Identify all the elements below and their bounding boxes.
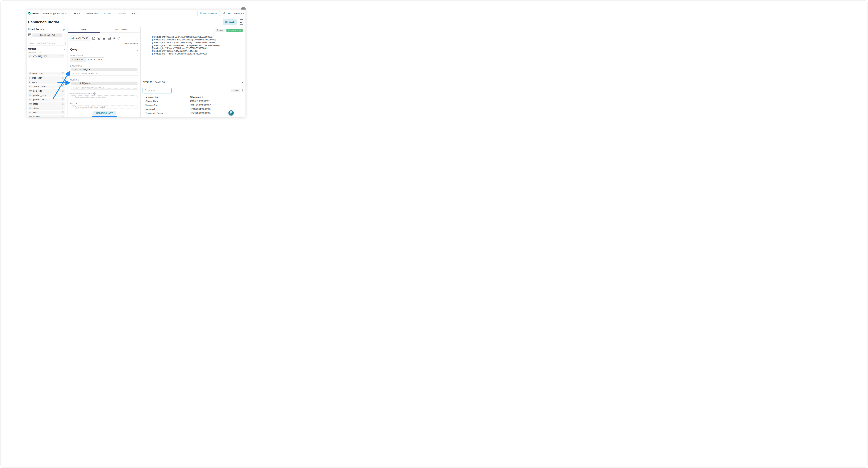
preset-logo[interactable]: preset [27, 9, 40, 18]
tab-data[interactable]: DATA [68, 27, 100, 32]
column-item[interactable]: abc address_line1 [28, 85, 65, 88]
control-panel: DATA CUSTOMIZE HANDLEBARS 4k [68, 27, 141, 117]
percentage-metrics-dropzone[interactable]: + Drop columns/metrics here or click [71, 95, 137, 98]
metric-item-count[interactable]: f(x) COUNT(*) [28, 54, 64, 58]
remove-icon[interactable]: ✕ [72, 68, 73, 70]
line-chart-icon[interactable] [92, 37, 95, 40]
drag-handle-icon[interactable] [62, 72, 64, 75]
drag-handle-icon[interactable] [62, 94, 64, 97]
dataset-name[interactable]: public.Vehicle Sales [32, 33, 62, 37]
drag-handle-icon[interactable] [62, 98, 64, 101]
search-metrics-columns-input[interactable] [28, 41, 66, 45]
dimensions-dropzone[interactable]: + Drop columns here or click [71, 72, 137, 75]
viz-type-handlebars[interactable]: HANDLEBARS [69, 35, 90, 41]
query-status: 7 rows 00:00:02.56 [215, 29, 243, 32]
sort-icon [202, 96, 203, 98]
column-item[interactable]: abc state [28, 102, 65, 106]
drag-handle-icon[interactable] [61, 55, 63, 58]
query-mode-toggle: AGGREGATE RAW RECORDS [70, 57, 104, 62]
column-item[interactable]: abc product_code [28, 93, 65, 97]
chevron-up-icon[interactable] [242, 81, 243, 84]
column-item[interactable]: abc deal_size [28, 89, 65, 93]
hash-icon: # [29, 81, 30, 84]
drag-handle-icon[interactable] [62, 111, 64, 114]
metrics-control: ✕ f(x) SUM(sales) › + Drop columns/metri… [70, 81, 138, 90]
column-item[interactable]: # sales [28, 80, 65, 84]
area-chart-icon[interactable] [102, 37, 106, 40]
metric-pill-sum-sales[interactable]: ✕ f(x) SUM(sales) › [71, 82, 137, 85]
chevron-up-icon[interactable] [63, 48, 65, 51]
chevron-up-icon[interactable] [136, 49, 138, 52]
column-item[interactable]: order_date [28, 72, 65, 75]
column-item[interactable]: abc product_line [28, 98, 65, 101]
tab-customize[interactable]: CUSTOMIZE [100, 27, 141, 32]
column-item[interactable]: abc status [28, 106, 65, 110]
active-tab-indicator [142, 85, 148, 85]
top-navbar: preset Preset Support - Jason Home Dashb… [27, 9, 245, 18]
abc-icon: abc [29, 94, 32, 96]
mode-raw-records[interactable]: RAW RECORDS [86, 58, 104, 62]
plus-icon: + [72, 96, 74, 98]
column-item[interactable]: abc city [28, 111, 65, 114]
dataset-options-icon[interactable]: ⋮ [64, 34, 66, 36]
notifications-bell-icon[interactable] [222, 12, 225, 15]
mode-aggregate[interactable]: AGGREGATE [70, 58, 86, 62]
copy-icon[interactable] [242, 89, 244, 92]
plus-icon: + [228, 12, 230, 15]
save-disk-icon [225, 21, 227, 24]
chart-source-panel: Chart Source public.Vehicle Sales ⋮ Metr… [27, 27, 68, 117]
scrollbar[interactable] [67, 41, 67, 50]
chevron-right-icon[interactable]: › [135, 82, 136, 85]
drag-handle-icon[interactable] [62, 107, 64, 110]
chat-bubble-icon [230, 111, 232, 115]
nav-sql[interactable]: SQL▾ [131, 9, 137, 18]
drag-handle-icon[interactable] [62, 115, 64, 117]
column-header-sum-sales[interactable]: SUM(sales) [190, 95, 244, 99]
remove-icon[interactable]: ✕ [72, 83, 73, 84]
update-chart-button[interactable]: UPDATE CHART [93, 111, 116, 116]
dimension-pill-product-line[interactable]: ✕ abc product_line › [71, 68, 137, 71]
bar-chart-icon[interactable] [97, 37, 100, 40]
table-row: Motorcycles 1166388.3400000003 [141, 107, 244, 111]
add-new-button[interactable]: + ▾ [228, 12, 231, 15]
column-item[interactable]: abc country [28, 115, 65, 117]
checkbox-checked-icon [71, 37, 73, 39]
nav-charts[interactable]: Charts [104, 9, 111, 18]
results-search-input[interactable] [148, 89, 167, 92]
pane-resize-handle[interactable] [192, 78, 195, 79]
nav-home[interactable]: Home [74, 9, 81, 18]
tab-results[interactable]: RESULTS [143, 81, 152, 83]
json-result-row: {"product_line":"Classic Cars","SUM(sale… [152, 36, 220, 38]
more-options-button[interactable]: ... [239, 20, 244, 25]
save-button[interactable]: SAVE [223, 19, 237, 25]
drag-handle-icon[interactable] [62, 89, 64, 93]
viz-type-4k[interactable]: 4k [113, 37, 116, 39]
tab-samples[interactable]: SAMPLES [155, 81, 165, 83]
collapse-panel-icon[interactable] [63, 28, 65, 31]
table-icon[interactable] [108, 37, 111, 40]
settings-menu[interactable]: Settings ▾ [234, 12, 244, 15]
column-header-product-line[interactable]: product_line [146, 95, 190, 99]
metrics-dropzone[interactable]: + Drop columns/metrics here or click [71, 86, 137, 89]
chevron-down-icon: ▾ [243, 13, 244, 14]
support-chat-button[interactable] [228, 111, 234, 116]
pie-chart-icon[interactable] [117, 37, 121, 40]
plus-icon: + [72, 72, 74, 74]
abc-icon: abc [29, 116, 32, 117]
chevron-right-icon[interactable]: › [135, 68, 136, 71]
drag-handle-icon[interactable] [62, 85, 64, 88]
drag-handle-icon[interactable] [62, 76, 64, 80]
nav-dashboards[interactable]: Dashboards [86, 9, 99, 18]
invite-users-button[interactable]: INVITE USERS [197, 11, 220, 16]
plus-icon: + [72, 86, 74, 89]
view-all-charts-link[interactable]: View all charts [124, 42, 138, 45]
drag-handle-icon[interactable] [62, 102, 64, 105]
app-window: preset Preset Support - Jason Home Dashb… [27, 9, 245, 117]
abc-icon: abc [29, 103, 32, 105]
chevron-down-icon: ▾ [230, 13, 231, 14]
sort-by-dropzone[interactable]: + Drop a column/metric here or click [71, 105, 137, 108]
nav-datasets[interactable]: Datasets [117, 9, 126, 18]
chart-title-bar: HandlebarTutorial SAVE ... [27, 18, 245, 27]
column-item[interactable]: # price_each [28, 76, 65, 80]
drag-handle-icon[interactable] [62, 81, 64, 84]
